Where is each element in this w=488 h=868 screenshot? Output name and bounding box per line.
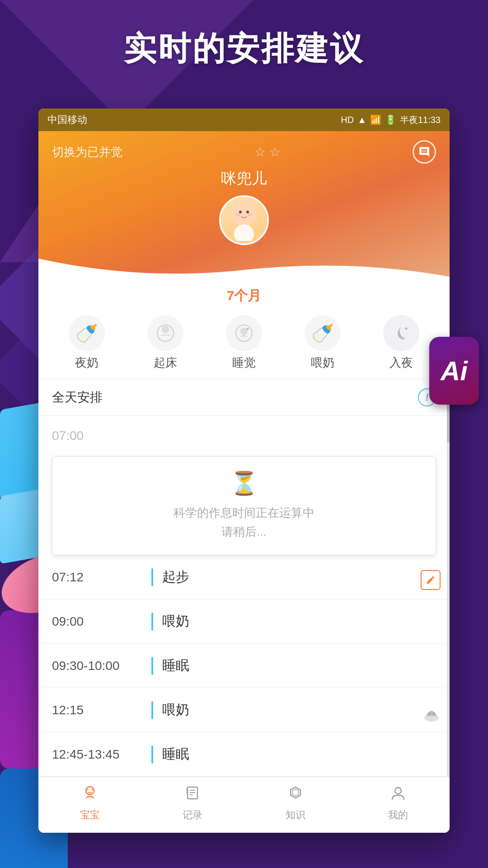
carrier-label: 中国移动 [47, 113, 87, 127]
edit-icon[interactable] [421, 570, 441, 590]
scroll-bar [447, 379, 450, 777]
app-header: 切换为已并觉 ☆ ☆ 咪兜儿 [38, 131, 450, 281]
event-0712: 起步 [162, 568, 189, 586]
time-0900: 09:00 [52, 614, 151, 629]
event-0930: 睡眠 [162, 656, 189, 675]
svg-point-6 [248, 213, 252, 216]
svg-point-18 [91, 789, 93, 791]
action-wake-up[interactable]: 起床 [138, 315, 192, 371]
time-0712: 07:12 [52, 570, 151, 585]
computing-text-2: 请稍后... [61, 523, 427, 542]
svg-point-2 [235, 203, 253, 223]
schedule-row-1245: 12:45-13:45 睡眠 [38, 732, 450, 777]
schedule-row-0930: 09:30-10:00 睡眠 [38, 644, 450, 688]
sleep-label: 睡觉 [232, 355, 256, 371]
schedule-row-0700: 07:00 [38, 416, 450, 456]
wave-separator [38, 259, 450, 281]
mine-nav-icon [389, 784, 407, 806]
hd-badge: HD [341, 115, 354, 125]
event-0900: 喂奶 [162, 612, 189, 631]
schedule-row-0712: 07:12 起步 [38, 555, 450, 599]
event-1245: 睡眠 [162, 745, 189, 764]
nav-item-mine[interactable]: 我的 [388, 784, 408, 822]
night-label: 入夜 [389, 355, 413, 371]
svg-point-5 [236, 213, 240, 216]
baby-photo [221, 197, 267, 243]
svg-text:✦: ✦ [404, 326, 408, 332]
header-top: 切换为已并觉 ☆ ☆ [52, 140, 436, 164]
battery-icon: 🔋 [385, 114, 396, 125]
hourglass-icon: ⏳ [61, 470, 427, 496]
divider-0712 [151, 568, 153, 586]
page-title: 实时的安排建议 [0, 27, 488, 71]
divider-1245 [151, 745, 153, 764]
action-night[interactable]: ✦ 入夜 [374, 315, 428, 371]
svg-point-8 [162, 326, 169, 333]
feed-label: 喂奶 [311, 355, 334, 371]
svg-point-3 [239, 211, 242, 213]
svg-point-17 [87, 789, 88, 791]
time-0700: 07:00 [52, 429, 151, 443]
nav-item-baby[interactable]: 宝宝 [80, 784, 100, 822]
action-feed[interactable]: 🍼 喂奶 [296, 315, 350, 371]
status-bar: 中国移动 HD ▲ 📶 🔋 半夜11:33 [38, 108, 450, 131]
mine-nav-label: 我的 [388, 808, 408, 822]
time-0930: 09:30-10:00 [52, 659, 151, 673]
action-night-feed[interactable]: 🍼 夜奶 [60, 315, 114, 371]
svg-point-16 [86, 787, 94, 795]
star-1[interactable]: ☆ [254, 145, 266, 160]
stars-area: ☆ ☆ [254, 145, 281, 160]
wifi-icon: ▲ [357, 115, 366, 125]
knowledge-nav-icon [287, 784, 304, 806]
nav-item-knowledge[interactable]: 知识 [286, 784, 305, 822]
divider-1215 [151, 701, 153, 719]
food-icon [422, 705, 441, 727]
svg-point-26 [395, 788, 401, 794]
avatar[interactable] [219, 195, 269, 245]
night-feed-icon: 🍼 [69, 315, 105, 351]
divider-0930 [151, 657, 153, 675]
event-1215: 喂奶 [162, 701, 189, 719]
baby-age-label: 7个月 [227, 287, 262, 305]
sleep-icon: ✦ [226, 315, 262, 351]
status-bar-right: HD ▲ 📶 🔋 半夜11:33 [341, 114, 441, 126]
schedule-content: 全天安排 ! 07:00 ⏳ 科学的作息时间正在运算中 请稍后... 07:12… [38, 379, 450, 777]
night-feed-label: 夜奶 [75, 355, 99, 371]
signal-icon: 📶 [370, 114, 381, 125]
nav-item-records[interactable]: 记录 [183, 784, 202, 822]
svg-point-14 [428, 712, 430, 714]
time-1245: 12:45-13:45 [52, 747, 151, 762]
baby-nav-icon [81, 784, 99, 806]
computing-text-1: 科学的作息时间正在运算中 [61, 504, 427, 523]
time-1215: 12:15 [52, 703, 151, 717]
schedule-title-label: 全天安排 [52, 389, 103, 406]
svg-point-4 [246, 211, 249, 213]
star-2[interactable]: ☆ [269, 145, 281, 160]
svg-text:✦: ✦ [246, 326, 249, 331]
schedule-header: 全天安排 ! [38, 379, 450, 416]
bottom-nav: 宝宝 记录 [38, 777, 450, 833]
baby-name-label: 咪兜儿 [52, 168, 436, 189]
schedule-row-1215: 12:15 喂奶 [38, 688, 450, 732]
schedule-row-0900: 09:00 喂奶 [38, 599, 450, 644]
baby-age-section: 7个月 [38, 281, 450, 309]
wake-up-icon [147, 315, 183, 351]
records-nav-label: 记录 [183, 808, 202, 822]
baby-nav-label: 宝宝 [80, 808, 100, 822]
schedule-section: 全天安排 ! 07:00 ⏳ 科学的作息时间正在运算中 请稍后... 07:12… [38, 379, 450, 777]
switch-mode-button[interactable]: 切换为已并觉 [52, 144, 122, 160]
avatar-wrapper [52, 195, 436, 245]
action-sleep[interactable]: ✦ 睡觉 [217, 315, 271, 371]
quick-actions: 🍼 夜奶 起床 ✦ 睡觉 [38, 309, 450, 379]
time-label: 半夜11:33 [400, 114, 441, 126]
phone-mockup: 中国移动 HD ▲ 📶 🔋 半夜11:33 切换为已并觉 ☆ ☆ 咪兜儿 [38, 108, 450, 833]
chat-icon[interactable] [413, 140, 436, 164]
night-icon: ✦ [383, 315, 419, 351]
feed-icon: 🍼 [305, 315, 341, 351]
wake-up-label: 起床 [154, 355, 177, 371]
divider-0900 [151, 613, 153, 631]
svg-point-15 [433, 712, 435, 714]
svg-point-1 [234, 224, 254, 241]
computing-overlay: ⏳ 科学的作息时间正在运算中 请稍后... [52, 456, 436, 555]
records-nav-icon [184, 784, 201, 806]
